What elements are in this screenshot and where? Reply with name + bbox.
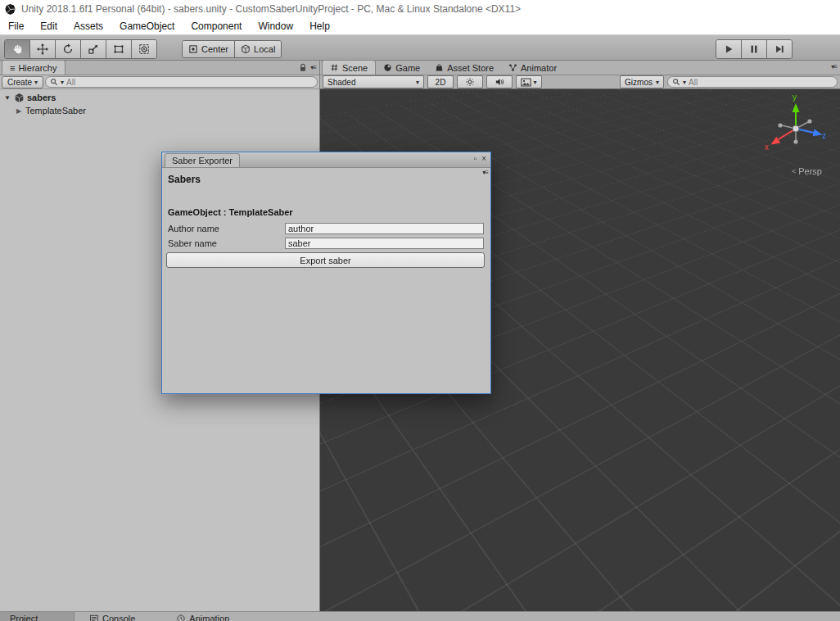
rect-icon — [113, 43, 124, 55]
scene-name-label: sabers — [27, 93, 56, 102]
scene-tab[interactable]: Scene — [322, 60, 376, 75]
caret-down-icon: ▾ — [533, 79, 536, 86]
menu-assets[interactable]: Assets — [65, 18, 111, 34]
hand-icon — [11, 43, 23, 55]
gameobject-target-label: GameObject : TemplateSaber — [168, 207, 293, 217]
effects-dropdown[interactable]: ▾ — [516, 75, 542, 88]
audio-toggle-button[interactable] — [486, 75, 513, 88]
lock-icon[interactable] — [299, 63, 307, 72]
window-close-button[interactable]: × — [481, 154, 486, 163]
transform-tool-button[interactable] — [132, 40, 156, 58]
pause-button[interactable] — [742, 40, 767, 58]
search-placeholder: All — [66, 78, 75, 87]
game-tab[interactable]: Game — [376, 61, 427, 75]
lighting-toggle-button[interactable] — [457, 75, 483, 88]
pivot-center-label: Center — [201, 44, 228, 54]
menu-bar: File Edit Assets GameObject Component Wi… — [0, 18, 840, 34]
speaker-icon — [495, 77, 504, 87]
animation-tab[interactable]: Animation — [166, 612, 239, 621]
console-tab-label: Console — [102, 614, 135, 621]
panel-menu-icon[interactable]: ▾≡ — [831, 63, 837, 70]
2d-toggle-button[interactable]: 2D — [427, 75, 454, 88]
unity-logo-icon — [4, 3, 16, 16]
shading-mode-dropdown[interactable]: Shaded ▾ — [323, 75, 424, 88]
pivot-center-button[interactable]: Center — [183, 41, 235, 57]
sabers-heading: Sabers — [168, 174, 201, 185]
animator-tab-icon — [508, 63, 517, 72]
rotate-tool-button[interactable] — [56, 40, 81, 58]
game-tab-label: Game — [395, 63, 420, 73]
hierarchy-tab[interactable]: ≡ Hierarchy — [2, 60, 65, 75]
axis-y-label: y — [793, 93, 797, 102]
animator-tab[interactable]: Animator — [501, 61, 564, 75]
handle-local-button[interactable]: Local — [235, 41, 281, 57]
export-saber-button[interactable]: Export saber — [166, 252, 485, 268]
scene-view-toolbar: Shaded ▾ 2D — [320, 75, 840, 89]
asset-store-tab-icon — [435, 63, 444, 72]
window-maximize-button[interactable]: ▫ — [474, 154, 477, 163]
panel-menu-icon[interactable]: ▾≡ — [482, 169, 488, 176]
scene-tab-icon — [330, 63, 339, 72]
axis-x-label: x — [765, 143, 769, 152]
menu-help[interactable]: Help — [301, 18, 338, 34]
hierarchy-item-templatesaber[interactable]: ▶ TemplateSaber — [0, 104, 319, 117]
gizmo-x-axis[interactable] — [769, 129, 796, 147]
foldout-closed-icon[interactable]: ▶ — [15, 107, 23, 115]
scene-asset-icon — [14, 93, 25, 103]
play-button[interactable] — [716, 40, 742, 58]
playmode-group — [716, 39, 793, 59]
orientation-gizmo[interactable]: y x z — [756, 93, 835, 161]
menu-window[interactable]: Window — [250, 18, 301, 34]
search-placeholder: All — [689, 78, 698, 87]
saber-name-input[interactable] — [285, 238, 484, 249]
foldout-open-icon[interactable]: ▼ — [3, 94, 11, 102]
menu-component[interactable]: Component — [183, 18, 250, 34]
panel-menu-icon[interactable]: ▾≡ — [310, 64, 316, 71]
menu-file[interactable]: File — [0, 18, 32, 34]
2d-toggle-label: 2D — [436, 78, 446, 87]
caret-down-icon: ▾ — [416, 79, 419, 86]
unity-editor-window: Unity 2018.1.6f1 Personal (64bit) - sabe… — [0, 0, 840, 621]
saber-exporter-tab-label: Saber Exporter — [172, 156, 233, 165]
gizmo-center-cube[interactable] — [793, 125, 799, 132]
projection-toggle[interactable]: < Persp — [792, 166, 822, 176]
gizmo-y-axis[interactable] — [793, 103, 800, 129]
create-button[interactable]: Create ▾ — [2, 76, 43, 88]
move-tool-button[interactable] — [30, 40, 56, 58]
pivot-group: Center Local — [182, 40, 282, 58]
menu-gameobject[interactable]: GameObject — [111, 18, 183, 34]
hierarchy-tab-label: Hierarchy — [18, 63, 56, 73]
hierarchy-item-scene[interactable]: ▼ sabers — [0, 91, 319, 104]
tool-group — [4, 39, 157, 59]
hand-tool-button[interactable] — [5, 40, 30, 58]
project-tab[interactable]: Project — [0, 612, 75, 621]
scene-search-input[interactable]: ▾ All — [667, 76, 838, 88]
saber-exporter-window: Saber Exporter ▫ × ▾≡ Sabers GameObject … — [161, 152, 491, 394]
rect-tool-button[interactable] — [106, 40, 132, 58]
step-button[interactable] — [767, 40, 792, 58]
scale-icon — [88, 43, 99, 55]
rotate-icon — [62, 43, 74, 55]
sun-icon — [465, 77, 475, 87]
handle-local-label: Local — [254, 44, 275, 54]
animation-tab-label: Animation — [189, 614, 229, 621]
hierarchy-toolbar: Create ▾ ▾ All — [0, 75, 319, 89]
gizmos-dropdown[interactable]: Gizmos ▾ — [620, 75, 664, 88]
hierarchy-search-input[interactable]: ▾ All — [45, 76, 318, 88]
scale-tool-button[interactable] — [81, 40, 106, 58]
persp-cone-icon: < — [792, 167, 796, 175]
author-name-input[interactable] — [285, 223, 484, 234]
saber-exporter-tab[interactable]: Saber Exporter — [165, 153, 240, 167]
search-icon — [672, 78, 680, 86]
step-icon — [774, 43, 785, 55]
console-tab[interactable]: Console — [79, 612, 145, 621]
saber-exporter-titlebar[interactable]: Saber Exporter ▫ × — [162, 152, 490, 168]
transform-icon — [138, 43, 150, 55]
projection-label: Persp — [798, 166, 822, 176]
asset-store-tab[interactable]: Asset Store — [427, 61, 501, 75]
gizmo-z-axis[interactable] — [796, 129, 823, 138]
caret-down-icon: ▾ — [656, 79, 659, 86]
scene-tab-label: Scene — [342, 63, 368, 73]
menu-edit[interactable]: Edit — [32, 18, 65, 34]
move-icon — [37, 43, 48, 55]
